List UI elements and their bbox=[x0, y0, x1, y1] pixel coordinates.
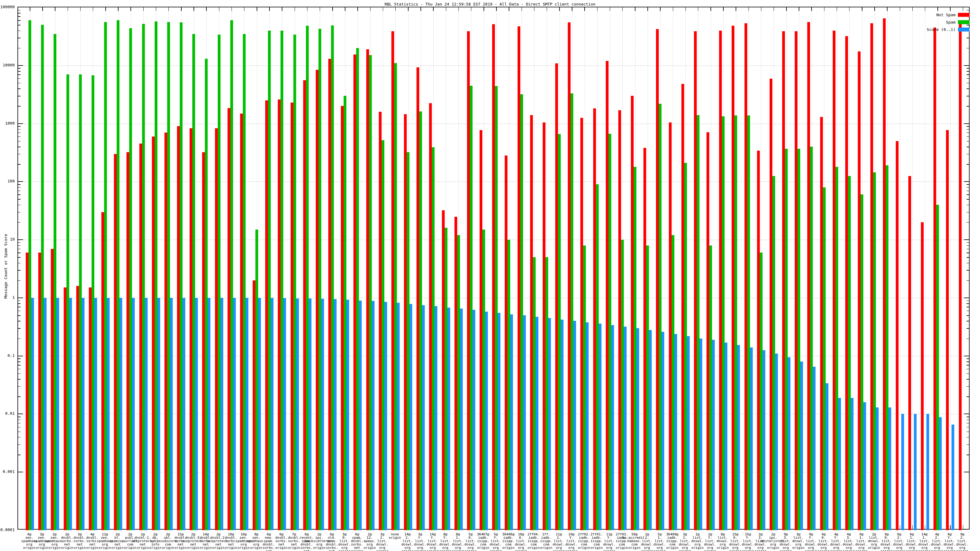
bar-spam bbox=[634, 167, 636, 530]
y-tick-minor-right bbox=[967, 437, 969, 438]
y-tick-minor-right bbox=[967, 96, 969, 97]
bar-spam bbox=[508, 240, 510, 530]
x-tick-top bbox=[963, 7, 964, 11]
bar-spam bbox=[671, 235, 675, 530]
y-tick-minor-left bbox=[18, 78, 21, 79]
y-tick-minor-right bbox=[967, 379, 969, 380]
y-tick-minor-right bbox=[967, 78, 969, 79]
y-tick-minor-left bbox=[18, 187, 21, 188]
x-tick-top bbox=[244, 7, 245, 11]
x-category-label: 2ff02. iadb. isipp. com origin bbox=[578, 533, 590, 549]
y-tick-label: 0.001 bbox=[0, 469, 15, 474]
x-tick-top bbox=[686, 7, 686, 11]
y-tick-minor-left bbox=[18, 147, 21, 147]
y-tick-label: 1 bbox=[0, 295, 15, 300]
y-tick-major-right bbox=[964, 123, 969, 124]
x-category-label: 14@ 1. list. dnswl. org origin bbox=[918, 533, 931, 551]
bar-not-spam bbox=[669, 122, 671, 530]
legend-item-not-spam: Not Spam bbox=[927, 11, 970, 18]
x-tick-top bbox=[761, 7, 762, 11]
x-tick-top bbox=[509, 7, 509, 11]
y-tick-minor-left bbox=[18, 191, 21, 191]
y-tick-minor-left bbox=[18, 301, 21, 301]
y-tick-minor-right bbox=[967, 252, 969, 253]
y-tick-major-right bbox=[964, 297, 969, 298]
bar-score bbox=[548, 318, 551, 530]
y-tick-minor-left bbox=[18, 126, 21, 127]
bar-score bbox=[372, 301, 375, 530]
bar-score bbox=[826, 383, 829, 530]
y-tick-major-left bbox=[18, 472, 23, 472]
gridline-vertical bbox=[900, 7, 900, 529]
x-tick-top bbox=[181, 7, 181, 11]
x-tick-top bbox=[673, 7, 673, 11]
y-tick-major-left bbox=[18, 123, 23, 124]
bar-spam bbox=[583, 246, 586, 530]
x-tick-top bbox=[698, 7, 698, 11]
bar-not-spam bbox=[89, 287, 92, 530]
x-tick-top bbox=[622, 7, 623, 11]
y-tick-minor-left bbox=[18, 137, 21, 137]
y-tick-minor-left bbox=[18, 89, 21, 89]
bar-spam bbox=[79, 75, 82, 530]
bar-score bbox=[914, 414, 916, 530]
bar-score bbox=[145, 298, 148, 530]
bar-score bbox=[409, 304, 412, 530]
y-tick-minor-right bbox=[967, 257, 969, 258]
bar-not-spam bbox=[745, 23, 747, 530]
y-tick-minor-left bbox=[18, 315, 21, 316]
y-axis-label: Message Count or Spam Score bbox=[3, 196, 8, 337]
bar-score bbox=[195, 298, 198, 530]
x-category-label: 10@ Y. list. dnswl. org origin bbox=[565, 533, 578, 551]
y-tick-minor-right bbox=[967, 321, 969, 321]
y-tick-minor-left bbox=[18, 423, 21, 424]
x-tick-top bbox=[648, 7, 648, 11]
y-tick-minor-right bbox=[967, 68, 969, 68]
x-category-label: 11@ 2. list. dnswl. org origin bbox=[553, 533, 565, 551]
bar-not-spam bbox=[353, 54, 356, 530]
bar-spam bbox=[697, 115, 700, 530]
x-category-label: 3@ Y. list. dnswl. org origin bbox=[414, 533, 426, 551]
x-tick-top bbox=[395, 7, 396, 11]
y-tick-minor-right bbox=[967, 365, 969, 365]
bar-not-spam bbox=[265, 100, 268, 530]
bar-not-spam bbox=[101, 212, 104, 530]
y-tick-minor-left bbox=[18, 154, 21, 155]
bar-not-spam bbox=[833, 30, 835, 530]
bar-score bbox=[132, 298, 135, 530]
bar-spam bbox=[810, 147, 813, 530]
bar-score bbox=[221, 298, 223, 530]
bar-not-spam bbox=[694, 31, 697, 530]
y-tick-minor-right bbox=[967, 263, 969, 264]
bar-not-spam bbox=[770, 79, 772, 530]
bar-score bbox=[586, 322, 589, 530]
x-tick-top bbox=[458, 7, 459, 11]
x-category-label: 9@ 2. list. dnswl. org origin bbox=[956, 533, 968, 551]
x-tick-top bbox=[257, 7, 257, 11]
x-tick-top bbox=[849, 7, 850, 11]
legend-label-not-spam: Not Spam bbox=[936, 13, 956, 17]
x-tick-top bbox=[534, 7, 535, 11]
bar-not-spam bbox=[631, 96, 634, 530]
bar-spam bbox=[482, 230, 485, 530]
y-tick-minor-right bbox=[967, 307, 969, 307]
bar-score bbox=[901, 414, 904, 530]
bar-spam bbox=[167, 22, 170, 530]
y-tick-label: 0.1 bbox=[0, 353, 15, 358]
x-category-label: 3@ dnsbl. sorbs. net origin bbox=[73, 533, 86, 549]
y-tick-minor-right bbox=[967, 270, 969, 271]
x-category-label: 8@ Y. list. dnswl. org origin bbox=[439, 533, 452, 551]
x-tick-top bbox=[30, 7, 30, 11]
x-tick-top bbox=[874, 7, 875, 11]
y-tick-minor-right bbox=[967, 184, 969, 185]
y-tick-minor-right bbox=[967, 187, 969, 188]
bar-score bbox=[309, 299, 312, 530]
legend-item-spam: Spam bbox=[927, 18, 970, 26]
x-tick-top bbox=[282, 7, 282, 11]
bar-not-spam bbox=[946, 130, 949, 530]
bar-spam bbox=[318, 29, 321, 530]
x-category-label: 9@ 0. list. dnswl. org origin bbox=[880, 533, 893, 551]
bar-not-spam bbox=[492, 24, 495, 530]
bar-score bbox=[246, 298, 248, 530]
bar-score bbox=[888, 407, 891, 530]
